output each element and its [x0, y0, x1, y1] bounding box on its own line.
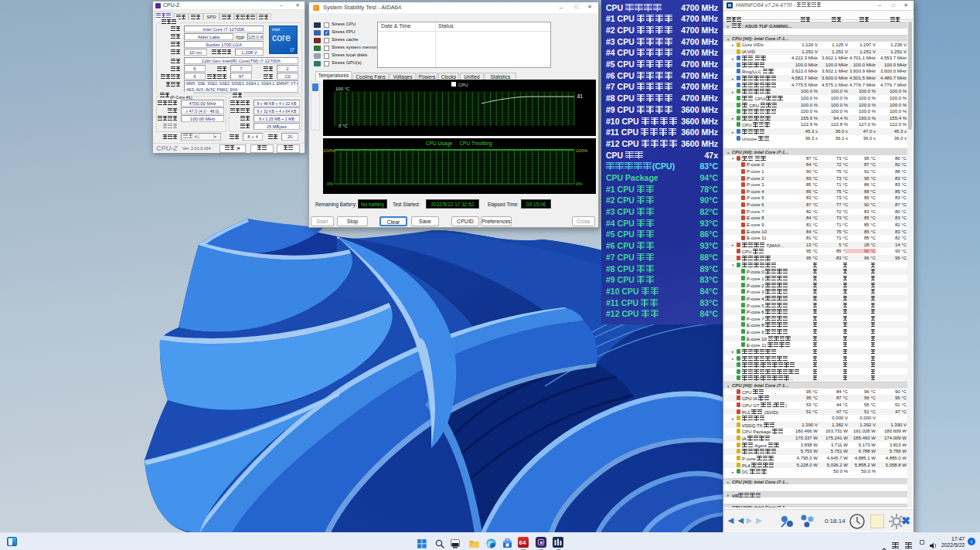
- svg-text:0 °C: 0 °C: [339, 124, 348, 128]
- svg-text:0%: 0%: [327, 182, 334, 186]
- svg-text:100%: 100%: [323, 148, 335, 153]
- svg-text:81: 81: [577, 93, 584, 99]
- svg-text:100 °C: 100 °C: [335, 87, 350, 91]
- svg-text:CPU: CPU: [458, 83, 468, 87]
- svg-text:0%: 0%: [576, 182, 583, 186]
- svg-text:100%: 100%: [576, 148, 588, 153]
- svg-text:CPU Usage : CPU Throttling: CPU Usage : CPU Throttling: [426, 141, 492, 147]
